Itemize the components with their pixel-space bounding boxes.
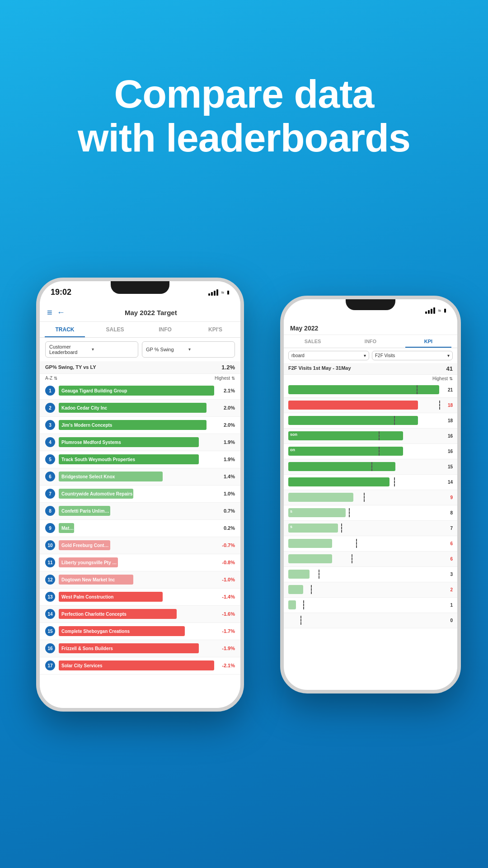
row-value: 1.9% (218, 457, 235, 462)
hero-section: Compare data with leaderboards (0, 0, 488, 196)
list-item[interactable]: 13West Palm Construction-1.4% (40, 589, 240, 606)
status-time: 19:02 (51, 288, 71, 297)
bar2-container: son (288, 431, 439, 440)
tab-info[interactable]: INFO (140, 322, 190, 337)
row-value: 2.1% (218, 388, 235, 393)
bar2-container (288, 401, 439, 410)
list-item[interactable]: 6Bridgestone Select Knox1.4% (40, 468, 240, 486)
dropdown-metric-back[interactable]: F2F Visits ▾ (372, 351, 453, 360)
bar: Dogtown New Market Inc (59, 575, 133, 585)
company-name: Dogtown New Market Inc (61, 577, 115, 582)
row-number: 12 (45, 575, 55, 585)
tab-sales-back[interactable]: SALES (284, 335, 342, 348)
list-item[interactable]: 21 (284, 382, 457, 398)
list-item[interactable]: 8Confetti Paris Unlimited0.7% (40, 503, 240, 520)
filter-row-back: rboard ▾ F2F Visits ▾ (284, 348, 457, 363)
list-item[interactable]: 4Plumrose Medford Systems1.9% (40, 434, 240, 451)
list-item[interactable]: 6 (284, 552, 457, 567)
leaderboard-back: 211818son16on1615149s8s7663210 (284, 382, 457, 690)
list-item[interactable]: son16 (284, 429, 457, 444)
tab-sales[interactable]: SALES (90, 322, 140, 337)
list-item[interactable]: 14 (284, 475, 457, 490)
list-item[interactable]: 1 (284, 598, 457, 613)
list-item[interactable]: 18 (284, 398, 457, 413)
row-value2: 6 (442, 557, 453, 561)
bar-container: Frizzell & Sons Builders (59, 643, 214, 653)
bar: Bridgestone Select Knox (59, 472, 163, 481)
tab-info-back[interactable]: INFO (342, 335, 399, 348)
row-value: 1.4% (218, 474, 235, 479)
row-value: 0.2% (218, 525, 235, 531)
list-item[interactable]: 6 (284, 536, 457, 552)
row-value2: 18 (442, 418, 453, 423)
app-title-back: May 2022 (290, 325, 318, 332)
phone-back: ≈ ▮ May 2022 SALES INFO KPI (280, 296, 461, 693)
hamburger-icon[interactable]: ≡ (47, 307, 52, 318)
list-item[interactable]: 2 (284, 582, 457, 598)
row-value2: 2 (442, 587, 453, 592)
tab-track[interactable]: TRACK (40, 322, 90, 337)
list-item[interactable]: s7 (284, 521, 457, 536)
company-name: Perfection Charlotte Concepts (61, 612, 127, 617)
summary-label-back: F2F Visits 1st May - 31May (288, 365, 351, 372)
list-item[interactable]: 17Solar City Services-2.1% (40, 657, 240, 675)
dropdown-metric-front[interactable]: GP % Swing ▾ (142, 341, 235, 358)
bar: Perfection Charlotte Concepts (59, 609, 177, 619)
bar-container: Bridgestone Select Knox (59, 472, 214, 481)
back-arrow-icon[interactable]: ← (57, 308, 65, 317)
target-line (341, 524, 342, 533)
list-item[interactable]: 15 (284, 459, 457, 475)
list-item[interactable]: 2Kadoo Cedar City Inc2.0% (40, 400, 240, 417)
sort-icon-back: ⇅ (449, 376, 453, 381)
list-item[interactable]: s8 (284, 505, 457, 521)
row-number: 11 (45, 557, 55, 567)
list-item[interactable]: 1Geauga Tigard Building Group2.1% (40, 382, 240, 400)
wifi-icon-front: ≈ (221, 289, 224, 296)
bar-container: Gold Freeburg Contractors (59, 540, 214, 550)
list-item[interactable]: 9 (284, 490, 457, 505)
list-item[interactable]: 12Dogtown New Market Inc-1.0% (40, 571, 240, 589)
list-item[interactable]: 14Perfection Charlotte Concepts-1.6% (40, 606, 240, 623)
tab-kpi-back[interactable]: KPI (399, 335, 457, 348)
target-line (439, 401, 440, 410)
bar2-container (288, 416, 439, 425)
bar2-container (288, 600, 439, 609)
list-item[interactable]: 5Track South Weymouth Properties1.9% (40, 451, 240, 468)
company-name: Jim's Modern Concepts (61, 423, 112, 428)
bar2-container: s (288, 524, 439, 533)
col-headers-back: Highest ⇅ (284, 375, 457, 382)
row-value2: 15 (442, 464, 453, 469)
list-item[interactable]: 3Jim's Modern Concepts2.0% (40, 417, 240, 434)
bar: Liberty youngsville Pty Ltd (59, 557, 118, 567)
list-item[interactable]: 9Matchmaker Arlington Properties0.2% (40, 520, 240, 537)
target-line (356, 539, 357, 548)
list-item[interactable]: 16Frizzell & Sons Builders-1.9% (40, 640, 240, 657)
list-item[interactable]: 11Liberty youngsville Pty Ltd-0.8% (40, 554, 240, 571)
tab-kpis[interactable]: KPI'S (190, 322, 240, 337)
list-item[interactable]: 7Countrywide Automotive Repairs1.0% (40, 486, 240, 503)
bar2-container: s (288, 508, 439, 517)
target-line (379, 447, 380, 456)
company-name: Track South Weymouth Properties (61, 457, 135, 462)
bar2: son (288, 431, 403, 440)
bar-container: Track South Weymouth Properties (59, 454, 214, 464)
company-name: Geauga Tigard Building Group (61, 388, 127, 393)
list-item[interactable]: 15Complete Sheboygan Creations-1.7% (40, 623, 240, 640)
row-value2: 9 (442, 495, 453, 500)
list-item[interactable]: on16 (284, 444, 457, 459)
dropdown-customer[interactable]: Customer Leaderboard ▾ (45, 341, 138, 358)
list-item[interactable]: 3 (284, 567, 457, 582)
row-value2: 8 (442, 510, 453, 515)
dropdown-board-back[interactable]: rboard ▾ (288, 351, 369, 360)
list-item[interactable]: 10Gold Freeburg Contractors-0.7% (40, 537, 240, 554)
list-item[interactable]: 18 (284, 413, 457, 429)
bar2 (288, 401, 418, 410)
signal-bars-icon (208, 289, 218, 296)
bar2 (288, 539, 332, 548)
sort-az-icon: ⇅ (54, 376, 57, 381)
bar: Kadoo Cedar City Inc (59, 403, 206, 413)
row-value2: 6 (442, 541, 453, 546)
bar-container: Perfection Charlotte Concepts (59, 609, 214, 619)
bar2 (288, 585, 303, 594)
list-item[interactable]: 0 (284, 613, 457, 628)
